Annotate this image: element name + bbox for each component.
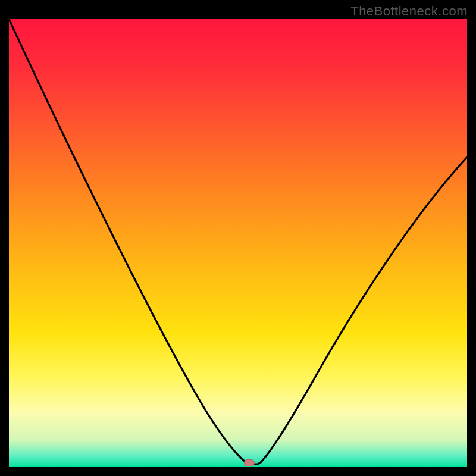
optimal-marker [244, 459, 255, 466]
watermark-text: TheBottleneck.com [350, 4, 468, 19]
plot-area [9, 19, 467, 467]
bottleneck-curve [9, 19, 467, 467]
curve-path [9, 19, 467, 464]
chart-frame: TheBottleneck.com [0, 0, 476, 476]
